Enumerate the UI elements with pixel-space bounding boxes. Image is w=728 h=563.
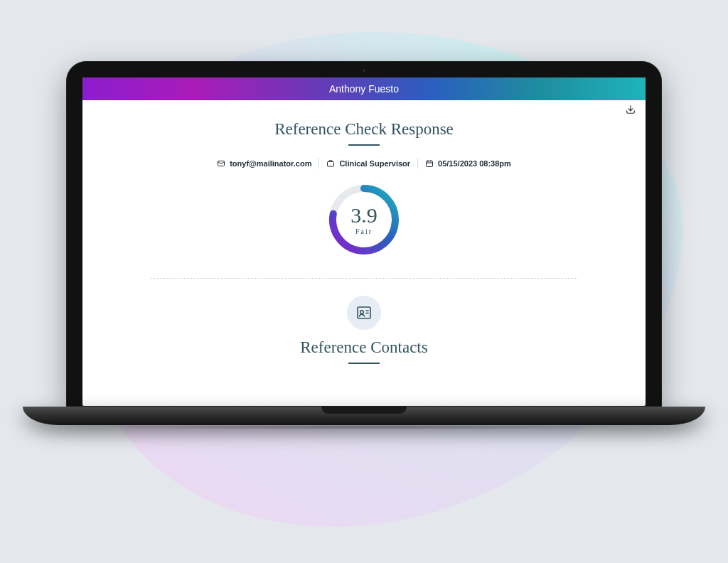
- page-heading-2: Reference Contacts: [300, 338, 427, 357]
- meta-datetime-value: 05/15/2023 08:38pm: [438, 159, 511, 168]
- score-gauge: 3.9 Fair: [326, 181, 402, 258]
- download-icon: [626, 104, 636, 114]
- section-divider: [151, 278, 577, 279]
- download-button[interactable]: [626, 104, 636, 114]
- app-screen: Anthony Fuesto Reference Check Response: [82, 77, 646, 406]
- heading-divider: [348, 363, 380, 364]
- title-bar: Anthony Fuesto: [82, 77, 646, 100]
- svg-point-9: [360, 311, 364, 314]
- meta-email: tonyf@mailinator.com: [210, 159, 318, 168]
- meta-role: Clinical Supervisor: [319, 159, 417, 168]
- laptop-shadow: [80, 425, 648, 429]
- laptop-notch: [321, 407, 407, 414]
- title-bar-text: Anthony Fuesto: [329, 83, 399, 95]
- laptop-mockup: Anthony Fuesto Reference Check Response: [66, 61, 662, 429]
- score-value: 3.9: [350, 205, 378, 226]
- svg-rect-3: [427, 161, 433, 167]
- calendar-icon: [425, 159, 434, 168]
- page-content: Reference Check Response tonyf@mailinato…: [82, 119, 646, 406]
- laptop-camera: [363, 69, 365, 72]
- meta-datetime: 05/15/2023 08:38pm: [418, 159, 518, 168]
- envelope-icon: [217, 159, 225, 168]
- contacts-icon-circle: [347, 296, 381, 330]
- meta-role-value: Clinical Supervisor: [339, 159, 410, 168]
- svg-rect-2: [328, 162, 334, 167]
- contact-card-icon: [355, 304, 373, 321]
- heading-divider: [348, 144, 380, 146]
- meta-row: tonyf@mailinator.com Clinical Supervisor: [210, 159, 518, 168]
- score-label: Fair: [355, 227, 373, 235]
- meta-email-value: tonyf@mailinator.com: [230, 159, 311, 168]
- briefcase-icon: [326, 159, 335, 168]
- page-heading-1: Reference Check Response: [274, 120, 454, 139]
- laptop-base: [23, 407, 705, 425]
- toolbar: [82, 100, 646, 119]
